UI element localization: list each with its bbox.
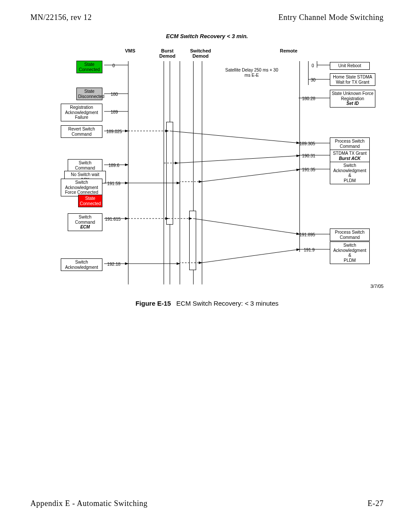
lifeline-remote-a: [299, 61, 300, 252]
remote-box-3: Process SwitchCommand: [330, 137, 370, 150]
header-left: MN/22156, rev 12: [30, 13, 92, 22]
vms-time-3: 189.025: [106, 129, 122, 134]
remote-box-7: SwitchAcknowledgment &PLDM: [330, 242, 370, 264]
svg-line-17: [202, 249, 299, 263]
remote-box-5: SwitchAcknowledgment &PLDM: [330, 162, 370, 184]
footer-right: E-27: [368, 499, 384, 508]
figure-text: ECM Switch Recovery: < 3 minutes: [176, 300, 279, 307]
figure-label: Figure E-15: [135, 300, 171, 307]
remote-box-1: Home State STDMAWait for TX Grant: [330, 73, 375, 86]
vms-box-9: SwitchAcknowledgment: [61, 258, 102, 271]
remote-time-3: 189.305: [299, 141, 315, 146]
page-footer: Appendix E - Automatic Switching E-27: [30, 499, 384, 508]
lifeline-remote-c: [317, 61, 317, 68]
vms-box-7: StateConnected: [78, 195, 102, 207]
vms-box-6: SwitchAcknowledgmentForce Connected: [61, 179, 102, 196]
col-switched: Switched Demod: [190, 48, 211, 59]
document-page: MN/22156, rev 12 Entry Channel Mode Swit…: [0, 0, 414, 532]
vms-box-1: StateDisconnected: [76, 88, 102, 100]
activity-bar-1: [189, 211, 196, 270]
lifeline-burst-c: [180, 61, 180, 284]
vms-box-8: Switch CommandECM: [68, 213, 102, 231]
remote-box-0: Unit Reboot: [330, 62, 370, 70]
col-burst: Burst Demod: [159, 48, 175, 59]
vms-box-3: Revert SwitchCommand: [61, 125, 102, 138]
activity-bar-0: [166, 122, 173, 225]
header-right: Entry Channel Mode Switching: [279, 13, 384, 22]
svg-line-16: [193, 219, 299, 234]
sat-delay-note: Satellite Delay 250 ms + 30 ms E-E: [221, 67, 282, 78]
remote-box-4: STDMA TX GrantBurst ACK: [330, 150, 370, 162]
page-header: MN/22156, rev 12 Entry Channel Mode Swit…: [30, 13, 384, 22]
lifeline-remote-b: [308, 61, 309, 85]
remote-time-2: 180.28: [302, 96, 315, 101]
remote-box-2: State Unknown ForceRegistrationSet ID: [330, 90, 375, 108]
footer-left: Appendix E - Automatic Switching: [30, 499, 148, 508]
vms-time-4: 189.6: [108, 163, 119, 168]
vms-time-7: 192.18: [107, 262, 121, 267]
remote-time-7: 191.9: [304, 248, 315, 252]
col-vms: VMS: [125, 48, 135, 53]
vms-box-0: StateConnected: [76, 61, 102, 73]
vms-time-5: 191.59: [107, 181, 121, 186]
figure-caption: Figure E-15 ECM Switch Recovery: < 3 min…: [30, 300, 384, 307]
svg-line-6: [178, 156, 299, 163]
remote-time-1: 30: [311, 78, 315, 82]
remote-box-6: Process SwitchCommand: [330, 228, 370, 241]
remote-time-6: 191.895: [299, 232, 315, 237]
sequence-diagram: VMS Burst Demod Switched Demod Remote Sa…: [30, 46, 384, 289]
vms-box-2: RegistrationAcknowledgmentFailure: [61, 104, 102, 121]
diagram-date: 3/7/05: [370, 284, 384, 289]
vms-time-2: 189: [111, 110, 118, 114]
vms-time-6: 191.615: [105, 217, 121, 222]
remote-time-4: 190.31: [302, 153, 315, 158]
svg-line-9: [202, 170, 299, 182]
remote-time-5: 191.35: [302, 167, 315, 172]
vms-time-0: 0: [112, 63, 115, 68]
remote-time-0: 0: [312, 63, 314, 68]
lifeline-switched-b: [202, 61, 202, 284]
svg-line-5: [170, 131, 299, 143]
lifeline-burst-a: [164, 61, 164, 284]
vms-time-1: 180: [111, 92, 118, 97]
col-remote: Remote: [280, 48, 297, 53]
diagram-title: ECM Switch Recovery < 3 min.: [30, 33, 384, 39]
lifeline-vms: [128, 61, 128, 284]
